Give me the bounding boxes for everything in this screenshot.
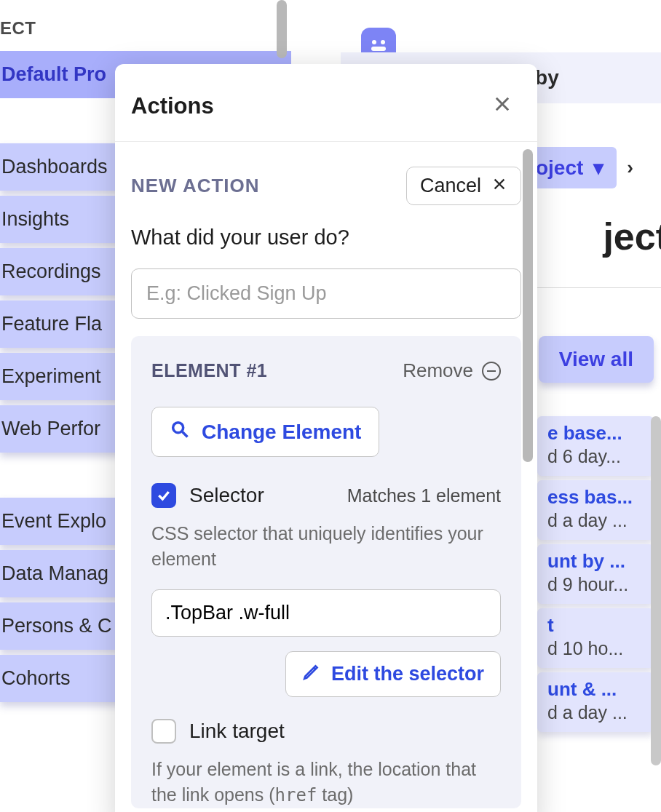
minus-circle-icon	[482, 362, 501, 381]
selector-help-text: CSS selector that uniquely identifies yo…	[151, 521, 501, 572]
dashboard-card[interactable]: e base... d 6 day...	[537, 416, 654, 476]
svg-point-0	[372, 40, 376, 44]
chevron-right-icon: ›	[627, 156, 633, 179]
selector-field-label: Selector	[189, 484, 264, 507]
edit-selector-button[interactable]: Edit the selector	[285, 651, 501, 697]
link-target-field-label: Link target	[189, 720, 285, 743]
close-button[interactable]	[492, 94, 512, 119]
sidebar-section-heading: ECT	[0, 0, 291, 46]
dashboard-card[interactable]: t d 10 ho...	[537, 608, 654, 668]
modal-title: Actions	[131, 93, 214, 119]
svg-rect-2	[371, 47, 386, 51]
action-name-input[interactable]	[131, 268, 521, 319]
remove-element-button[interactable]: Remove	[403, 359, 501, 382]
dashboard-card[interactable]: ess bas... d a day ...	[537, 480, 654, 540]
search-icon	[170, 419, 190, 445]
sidebar-scrollbar[interactable]	[277, 0, 287, 58]
modal-header: Actions	[115, 64, 537, 142]
change-element-button[interactable]: Change Element	[151, 407, 379, 457]
card-list-scrollbar[interactable]	[651, 416, 661, 765]
page-title: ject	[603, 215, 661, 258]
cancel-button[interactable]: Cancel	[406, 167, 521, 205]
actions-modal: Actions NEW ACTION Cancel What did your …	[115, 64, 537, 812]
link-target-checkbox[interactable]	[151, 719, 176, 744]
link-target-help-text: If your element is a link, the location …	[151, 757, 501, 808]
element-panel: ELEMENT #1 Remove Change Element Selecto…	[131, 336, 521, 808]
dashboard-card-list: e base... d 6 day... ess bas... d a day …	[537, 416, 654, 736]
modal-scrollbar[interactable]	[523, 149, 533, 462]
element-title: ELEMENT #1	[151, 360, 267, 381]
svg-point-1	[381, 40, 385, 44]
action-name-prompt: What did your user do?	[131, 226, 521, 250]
selector-match-count: Matches 1 element	[347, 485, 501, 506]
dashboard-card[interactable]: unt by ... d 9 hour...	[537, 544, 654, 604]
view-all-button[interactable]: View all	[539, 336, 654, 383]
svg-point-3	[173, 423, 183, 433]
chevron-down-icon: ▾	[593, 156, 603, 180]
selector-checkbox[interactable]	[151, 483, 176, 508]
selector-input[interactable]	[151, 589, 501, 637]
close-icon	[491, 175, 507, 197]
pencil-icon	[302, 662, 321, 686]
dashboard-card[interactable]: unt & ... d a day ...	[537, 672, 654, 732]
new-action-label: NEW ACTION	[131, 175, 260, 197]
